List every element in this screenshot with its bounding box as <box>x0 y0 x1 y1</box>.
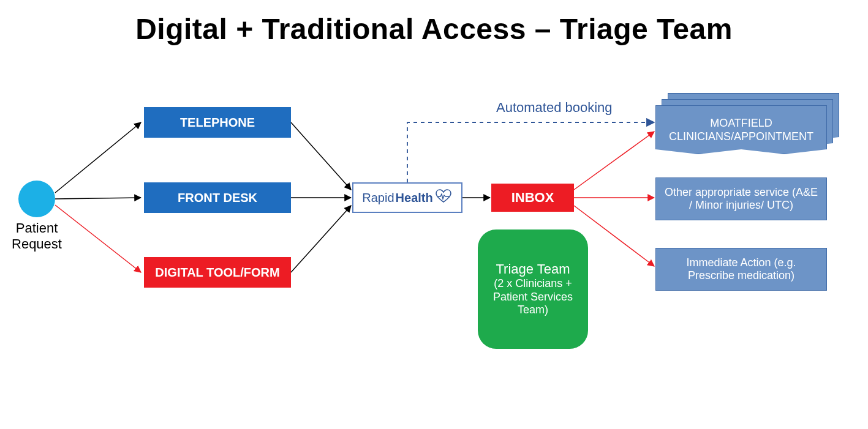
outcome-other-service: Other appropriate service (A&E / Minor i… <box>655 177 827 220</box>
inbox-box: INBOX <box>491 184 574 212</box>
page-title: Digital + Traditional Access – Triage Te… <box>0 12 868 46</box>
patient-request-label: Patient Request <box>6 220 67 252</box>
arrow-inbox-to-clinicians <box>574 132 654 190</box>
arrow-automated-booking <box>407 122 654 182</box>
triage-team-box: Triage Team (2 x Clinicians + Patient Se… <box>478 229 588 349</box>
arrow-digital-to-rapid <box>291 206 351 272</box>
diagram-stage: Digital + Traditional Access – Triage Te… <box>0 0 868 429</box>
arrow-telephone-to-rapid <box>291 122 351 190</box>
channel-telephone: TELEPHONE <box>144 107 291 138</box>
triage-team-subtitle: (2 x Clinicians + Patient Services Team) <box>484 277 582 317</box>
patient-request-node <box>18 181 55 217</box>
channel-front-desk: FRONT DESK <box>144 182 291 213</box>
arrow-patient-to-telephone <box>55 122 141 193</box>
arrow-patient-to-frontdesk <box>55 198 141 199</box>
rapidhealth-logo-bold: Health <box>396 191 433 205</box>
channel-digital-tool: DIGITAL TOOL/FORM <box>144 257 291 288</box>
outcome-immediate-action: Immediate Action (e.g. Prescribe medicat… <box>655 248 827 291</box>
rapidhealth-logo-thin: Rapid <box>362 191 394 205</box>
rapidhealth-box: RapidHealth <box>352 182 462 213</box>
heartbeat-icon <box>434 189 453 206</box>
arrow-patient-to-digital <box>55 205 141 272</box>
triage-team-title: Triage Team <box>496 261 570 277</box>
clinicians-card-front: MOATFIELD CLINICIANS/APPOINTMENT <box>655 105 827 154</box>
automated-booking-label: Automated booking <box>496 100 613 116</box>
